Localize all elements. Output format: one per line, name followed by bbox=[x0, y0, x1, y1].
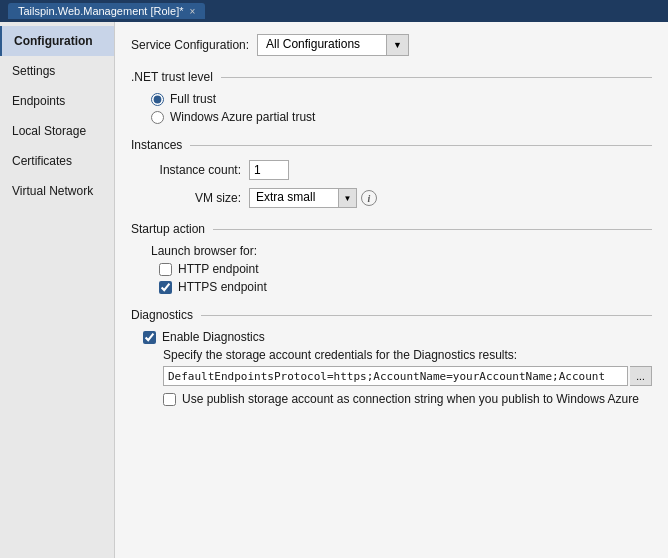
launch-browser-label: Launch browser for: bbox=[151, 244, 652, 258]
instance-count-row: Instance count: bbox=[151, 160, 652, 180]
startup-action-section: Startup action Launch browser for: HTTP … bbox=[131, 222, 652, 294]
https-endpoint-checkbox[interactable] bbox=[159, 281, 172, 294]
vm-size-dropdown-button[interactable]: ▼ bbox=[339, 188, 357, 208]
enable-diagnostics-item: Enable Diagnostics bbox=[143, 330, 652, 344]
service-config-select: All Configurations ▼ bbox=[257, 34, 409, 56]
startup-action-header: Startup action bbox=[131, 222, 652, 236]
sidebar-item-virtual-network[interactable]: Virtual Network bbox=[0, 176, 114, 206]
title-bar: Tailspin.Web.Management [Role]* × bbox=[0, 0, 668, 22]
instances-title: Instances bbox=[131, 138, 182, 152]
partial-trust-label: Windows Azure partial trust bbox=[170, 110, 315, 124]
service-config-select-box[interactable]: All Configurations bbox=[257, 34, 387, 56]
service-config-label: Service Configuration: bbox=[131, 38, 249, 52]
main-container: Configuration Settings Endpoints Local S… bbox=[0, 22, 668, 558]
startup-action-title: Startup action bbox=[131, 222, 205, 236]
sidebar-item-certificates[interactable]: Certificates bbox=[0, 146, 114, 176]
close-icon[interactable]: × bbox=[190, 6, 196, 17]
publish-checkbox[interactable] bbox=[163, 393, 176, 406]
service-config-dropdown-button[interactable]: ▼ bbox=[387, 34, 409, 56]
full-trust-radio[interactable] bbox=[151, 93, 164, 106]
credentials-row: ... bbox=[143, 366, 652, 386]
vm-size-label: VM size: bbox=[151, 191, 241, 205]
diagnostics-content: Enable Diagnostics Specify the storage a… bbox=[131, 330, 652, 406]
net-trust-level-section: .NET trust level Full trust Windows Azur… bbox=[131, 70, 652, 124]
vm-size-select-box[interactable]: Extra small bbox=[249, 188, 339, 208]
sidebar: Configuration Settings Endpoints Local S… bbox=[0, 22, 115, 558]
net-trust-level-header: .NET trust level bbox=[131, 70, 652, 84]
full-trust-label: Full trust bbox=[170, 92, 216, 106]
diagnostics-title: Diagnostics bbox=[131, 308, 193, 322]
credentials-input[interactable] bbox=[163, 366, 628, 386]
publish-checkbox-row: Use publish storage account as connectio… bbox=[143, 392, 652, 406]
content-area: Service Configuration: All Configuration… bbox=[115, 22, 668, 558]
instances-grid: Instance count: VM size: Extra small ▼ i bbox=[131, 160, 652, 208]
enable-diagnostics-label: Enable Diagnostics bbox=[162, 330, 265, 344]
net-trust-level-title: .NET trust level bbox=[131, 70, 213, 84]
instances-divider bbox=[190, 145, 652, 146]
vm-size-select-row: Extra small ▼ i bbox=[249, 188, 377, 208]
publish-check-label: Use publish storage account as connectio… bbox=[182, 392, 639, 406]
diagnostics-section: Diagnostics Enable Diagnostics Specify t… bbox=[131, 308, 652, 406]
vm-size-select: Extra small ▼ bbox=[249, 188, 357, 208]
net-trust-radio-group: Full trust Windows Azure partial trust bbox=[131, 92, 652, 124]
service-config-row: Service Configuration: All Configuration… bbox=[131, 34, 652, 56]
diagnostics-specify-label: Specify the storage account credentials … bbox=[143, 348, 652, 362]
title-bar-text: Tailspin.Web.Management [Role]* bbox=[18, 5, 184, 17]
https-endpoint-item: HTTPS endpoint bbox=[151, 280, 652, 294]
http-endpoint-checkbox[interactable] bbox=[159, 263, 172, 276]
enable-diagnostics-checkbox[interactable] bbox=[143, 331, 156, 344]
sidebar-item-endpoints[interactable]: Endpoints bbox=[0, 86, 114, 116]
startup-section: Launch browser for: HTTP endpoint HTTPS … bbox=[131, 244, 652, 294]
instances-section: Instances Instance count: VM size: Extra… bbox=[131, 138, 652, 208]
https-endpoint-label: HTTPS endpoint bbox=[178, 280, 267, 294]
partial-trust-radio[interactable] bbox=[151, 111, 164, 124]
vm-size-row: VM size: Extra small ▼ i bbox=[151, 188, 652, 208]
sidebar-item-settings[interactable]: Settings bbox=[0, 56, 114, 86]
full-trust-radio-item: Full trust bbox=[151, 92, 652, 106]
sidebar-item-local-storage[interactable]: Local Storage bbox=[0, 116, 114, 146]
http-endpoint-item: HTTP endpoint bbox=[151, 262, 652, 276]
diagnostics-divider bbox=[201, 315, 652, 316]
credentials-browse-button[interactable]: ... bbox=[630, 366, 652, 386]
instance-count-input[interactable] bbox=[249, 160, 289, 180]
instances-header: Instances bbox=[131, 138, 652, 152]
sidebar-item-configuration[interactable]: Configuration bbox=[0, 26, 114, 56]
instance-count-label: Instance count: bbox=[151, 163, 241, 177]
partial-trust-radio-item: Windows Azure partial trust bbox=[151, 110, 652, 124]
net-trust-level-divider bbox=[221, 77, 652, 78]
vm-size-info-icon[interactable]: i bbox=[361, 190, 377, 206]
title-bar-tab[interactable]: Tailspin.Web.Management [Role]* × bbox=[8, 3, 205, 19]
diagnostics-header: Diagnostics bbox=[131, 308, 652, 322]
startup-action-divider bbox=[213, 229, 652, 230]
http-endpoint-label: HTTP endpoint bbox=[178, 262, 259, 276]
